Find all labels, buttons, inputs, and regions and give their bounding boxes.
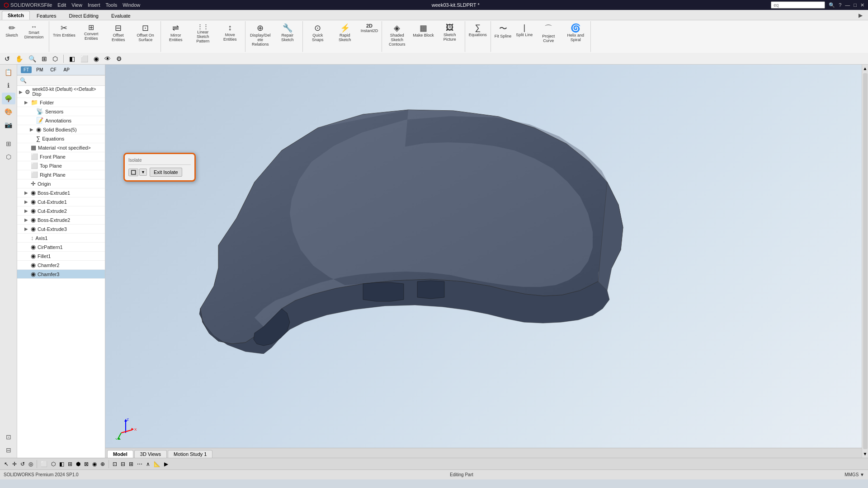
bt-view4[interactable]: ⊞ [66, 460, 74, 468]
tree-tab-active[interactable]: FT [21, 66, 32, 73]
view-btn-section[interactable]: ◧ [67, 54, 77, 63]
tree-item-annotations[interactable]: 📝 Annotations [17, 116, 105, 125]
ribbon-tool-repair-sketch[interactable]: 🔧 Repair Sketch [274, 22, 301, 43]
ribbon-tool-move-entities[interactable]: ↕ Move Entities [217, 22, 243, 43]
maximize-button[interactable]: □ [854, 2, 857, 8]
bt-snap4[interactable]: ⋯ [136, 460, 144, 468]
tree-item-fillet1[interactable]: ◉ Fillet1 [17, 252, 105, 261]
bottom-tab-motion-study[interactable]: Motion Study 1 [168, 450, 212, 458]
right-scroll-down[interactable]: ▼ [862, 450, 868, 458]
bt-view1[interactable]: ⬜ [39, 460, 49, 468]
filter-icon[interactable]: 🔍 [20, 77, 27, 84]
menu-file[interactable]: File [44, 2, 52, 8]
tree-tab-appear[interactable]: AP [61, 66, 72, 73]
view-btn-hide-show[interactable]: 👁 [103, 54, 113, 63]
view-btn-fit[interactable]: ⊞ [40, 54, 49, 63]
bt-select[interactable]: ↖ [3, 460, 10, 468]
bt-view8[interactable]: ⊕ [99, 460, 106, 468]
exit-isolate-button[interactable]: Exit Isolate [150, 168, 182, 177]
ribbon-tool-shaded-sketch[interactable]: ◈ Shaded Sketch Contours [384, 22, 410, 48]
tree-item-chamfer3[interactable]: ◉ Chamfer3 [17, 270, 105, 279]
ribbon-tool-trim-entities[interactable]: ✂ Trim Entities [51, 22, 77, 39]
minimize-button[interactable]: — [845, 2, 850, 8]
search-icon[interactable]: 🔍 [829, 2, 835, 8]
bt-view3[interactable]: ◧ [58, 460, 66, 468]
tree-tab-config[interactable]: CF [47, 66, 59, 73]
bt-snap1[interactable]: ⊡ [111, 460, 118, 468]
status-right[interactable]: MMGS ▼ [844, 472, 864, 477]
bt-rotate[interactable]: ↺ [19, 460, 26, 468]
bottom-tab-model[interactable]: Model [107, 450, 133, 458]
ribbon-tool-smart-dimension[interactable]: ↔ Smart Dimension [21, 22, 47, 41]
tab-evaluate[interactable]: Evaluate [105, 11, 137, 20]
ribbon-tool-rapid-sketch[interactable]: ⚡ Rapid Sketch [332, 22, 358, 43]
view-btn-display-mode[interactable]: ◉ [92, 54, 101, 63]
ribbon-tool-quick-snaps[interactable]: ⊙ Quick Snaps [305, 22, 331, 43]
tab-features[interactable]: Features [31, 11, 62, 20]
bt-snap3[interactable]: ⊞ [127, 460, 135, 468]
search-input[interactable] [771, 1, 825, 9]
tree-item-equations[interactable]: ∑ Equations [17, 134, 105, 143]
bt-cursor[interactable]: ✛ [11, 460, 18, 468]
ribbon-tool-project-curve[interactable]: ⌒ Project Curve [535, 22, 561, 44]
sidebar-icon-bottom1[interactable]: ⊡ [2, 431, 15, 443]
sidebar-icon-bottom2[interactable]: ⊟ [2, 444, 15, 456]
right-scroll-up[interactable]: ▲ [862, 65, 868, 72]
view-btn-rotate[interactable]: ↺ [3, 54, 12, 63]
isolate-dropdown-btn[interactable]: ▼ [139, 169, 147, 176]
tree-item-cut-extrude1[interactable]: ▶ ◉ Cut-Extrude1 [17, 197, 105, 206]
menu-insert[interactable]: Insert [88, 2, 100, 8]
ribbon-tool-convert-entities[interactable]: ⊞ Convert Entities [78, 22, 104, 42]
menu-edit[interactable]: Edit [57, 2, 66, 8]
ribbon-tool-sketch[interactable]: ✏ Sketch [4, 22, 20, 39]
tree-item-sensors[interactable]: 📡 Sensors [17, 107, 105, 116]
tree-item-top-plane[interactable]: ⬜ Top Plane [17, 161, 105, 170]
ribbon-tool-instant2d[interactable]: 2D Instant2D [359, 22, 380, 34]
sidebar-icon-palette[interactable]: ⬡ [2, 151, 15, 163]
tree-item-cut-extrude2[interactable]: ▶ ◉ Cut-Extrude2 [17, 206, 105, 216]
sidebar-icon-feature-tree[interactable]: 🌳 [2, 93, 15, 104]
ribbon-tool-linear-pattern[interactable]: ⋮⋮ Linear Sketch Pattern [190, 22, 216, 45]
tree-item-boss-extrude1[interactable]: ▶ ◉ Boss-Extrude1 [17, 188, 105, 197]
ribbon-tool-offset-on-surface[interactable]: ⊡ Offset On Surface [132, 22, 159, 43]
ribbon-tool-mirror[interactable]: ⇌ Mirror Entities [163, 22, 189, 43]
tab-direct-editing[interactable]: Direct Editing [63, 11, 104, 20]
view-btn-pan[interactable]: ✋ [14, 54, 25, 63]
ribbon-tool-equations[interactable]: ∑ Equations [467, 22, 489, 38]
tree-item-folder[interactable]: ▶ 📁 Folder [17, 98, 105, 107]
bt-sim[interactable]: ▶ [163, 460, 170, 468]
toolbar-options-icon[interactable]: ▶ [859, 12, 863, 19]
sidebar-icon-top-tabs[interactable]: ⊞ [2, 138, 15, 150]
ribbon-tool-helix-spiral[interactable]: 🌀 Helix and Spiral [562, 22, 589, 43]
tree-item-front-plane[interactable]: ⬜ Front Plane [17, 152, 105, 161]
tree-item-solid-bodies[interactable]: ▶ ◉ Solid Bodies(5) [17, 125, 105, 134]
ribbon-tool-sketch-picture[interactable]: 🖼 Sketch Picture [437, 22, 463, 43]
bt-filter[interactable]: ◎ [27, 460, 34, 468]
tree-item-axis1[interactable]: ↕ Axis1 [17, 234, 105, 243]
bottom-tab-3d-views[interactable]: 3D Views [134, 450, 167, 458]
bt-view2[interactable]: ⬡ [50, 460, 57, 468]
ribbon-tool-split-line[interactable]: | Split Line [514, 22, 534, 38]
viewport[interactable]: Isolate 🔲 ▼ Exit Isolate Z X [105, 65, 862, 458]
sidebar-icon-properties[interactable]: ℹ [2, 80, 15, 91]
tree-item-cut-extrude3[interactable]: ▶ ◉ Cut-Extrude3 [17, 225, 105, 234]
bt-view6[interactable]: ⊠ [83, 460, 90, 468]
view-btn-zoom[interactable]: 🔍 [27, 54, 38, 63]
help-icon[interactable]: ? [839, 2, 841, 8]
tree-item-right-plane[interactable]: ⬜ Right Plane [17, 170, 105, 179]
menu-window[interactable]: Window [123, 2, 140, 8]
sidebar-icon-appearance[interactable]: 🎨 [2, 106, 15, 117]
bt-view5[interactable]: ⬢ [75, 460, 82, 468]
close-button[interactable]: ✕ [860, 2, 864, 8]
tree-item-root[interactable]: ▶ ⚙ week03-kit (Default) <<Default> Disp [17, 86, 105, 98]
isolate-select-btn[interactable]: 🔲 [128, 169, 138, 176]
ribbon-tool-make-block[interactable]: ▦ Make Block [411, 22, 436, 39]
tree-item-material[interactable]: ▦ Material <not specified> [17, 143, 105, 152]
ribbon-tool-fit-spline[interactable]: 〜 Fit Spline [493, 22, 514, 40]
sidebar-icon-camera[interactable]: 📷 [2, 119, 15, 131]
bt-snap2[interactable]: ⊟ [119, 460, 127, 468]
tree-tab-pm[interactable]: PM [33, 66, 46, 73]
menu-tools[interactable]: Tools [105, 2, 117, 8]
view-btn-settings[interactable]: ⚙ [114, 54, 124, 63]
menu-view[interactable]: View [71, 2, 82, 8]
